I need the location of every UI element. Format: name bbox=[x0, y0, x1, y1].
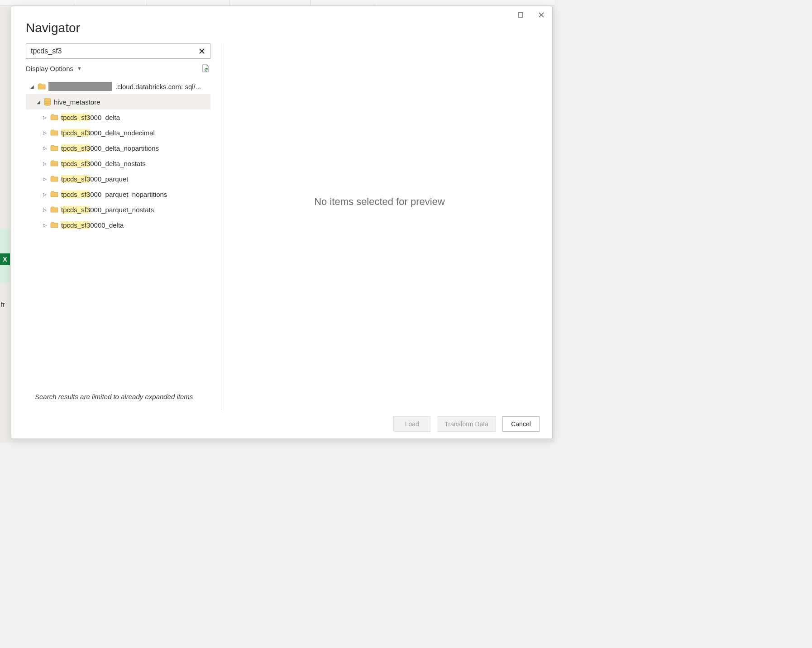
tree-root-connection[interactable]: ◢.cloud.databricks.com: sql/... bbox=[26, 79, 210, 94]
expand-icon[interactable]: ▷ bbox=[42, 130, 48, 135]
transform-data-button[interactable]: Transform Data bbox=[437, 416, 496, 432]
expand-icon[interactable]: ▷ bbox=[42, 192, 48, 197]
excel-icon: X bbox=[0, 253, 10, 265]
tree-node-label: tpcds_sf3000_delta_nostats bbox=[61, 160, 146, 167]
tree-node-schema[interactable]: ▷tpcds_sf30000_delta bbox=[26, 217, 210, 233]
navigator-tree: ◢.cloud.databricks.com: sql/...◢hive_met… bbox=[26, 79, 210, 387]
navigator-left-pane: Display Options ▼ ◢.cloud.databricks.com… bbox=[26, 43, 221, 410]
tree-node-label: tpcds_sf3000_delta_nopartitions bbox=[61, 144, 159, 152]
dialog-title: Navigator bbox=[11, 21, 552, 43]
dialog-footer: Load Transform Data Cancel bbox=[11, 410, 552, 438]
tree-node-label: hive_metastore bbox=[54, 98, 100, 106]
tree-node-schema[interactable]: ▷tpcds_sf3000_parquet_nopartitions bbox=[26, 186, 210, 202]
excel-sidebar-badge: X bbox=[0, 229, 10, 283]
refresh-preview-button[interactable] bbox=[201, 63, 210, 73]
tree-node-label: tpcds_sf3000_delta_nodecimal bbox=[61, 129, 155, 137]
tree-node-schema[interactable]: ▷tpcds_sf3000_delta_nostats bbox=[26, 156, 210, 171]
expand-icon[interactable]: ▷ bbox=[42, 161, 48, 166]
folder-icon bbox=[50, 129, 58, 136]
tree-node-schema[interactable]: ▷tpcds_sf3000_delta_nopartitions bbox=[26, 140, 210, 156]
preview-empty-message: No items selected for preview bbox=[314, 196, 445, 208]
folder-icon bbox=[50, 222, 58, 228]
tree-node-label: tpcds_sf3000_parquet bbox=[61, 175, 128, 183]
tree-node-label: tpcds_sf3000_parquet_nostats bbox=[61, 206, 154, 214]
tree-node-label: tpcds_sf3000_parquet_nopartitions bbox=[61, 191, 167, 198]
tree-node-label: .cloud.databricks.com: sql/... bbox=[115, 83, 201, 91]
expand-icon[interactable]: ▷ bbox=[42, 223, 48, 228]
tree-node-label: tpcds_sf30000_delta bbox=[61, 221, 124, 229]
redacted-hostname bbox=[48, 82, 112, 91]
clear-search-icon[interactable] bbox=[196, 45, 208, 57]
close-button[interactable] bbox=[534, 9, 549, 21]
expand-icon[interactable]: ▷ bbox=[42, 207, 48, 212]
collapse-icon[interactable]: ◢ bbox=[36, 100, 41, 105]
folder-icon bbox=[50, 160, 58, 167]
display-options-dropdown[interactable]: Display Options ▼ bbox=[26, 65, 82, 72]
collapse-icon[interactable]: ◢ bbox=[29, 84, 35, 89]
search-input[interactable] bbox=[26, 44, 210, 58]
tree-node-hive-metastore[interactable]: ◢hive_metastore bbox=[26, 94, 210, 110]
tree-node-schema[interactable]: ▷tpcds_sf3000_parquet_nostats bbox=[26, 202, 210, 217]
folder-icon bbox=[50, 191, 58, 197]
background-ribbon bbox=[0, 0, 554, 5]
expand-icon[interactable]: ▷ bbox=[42, 176, 48, 181]
tree-node-schema[interactable]: ▷tpcds_sf3000_parquet bbox=[26, 171, 210, 186]
search-limit-note: Search results are limited to already ex… bbox=[26, 387, 212, 410]
search-box bbox=[26, 43, 210, 59]
tree-node-schema[interactable]: ▷tpcds_sf3000_delta bbox=[26, 110, 210, 125]
expand-icon[interactable]: ▷ bbox=[42, 146, 48, 151]
display-options-label: Display Options bbox=[26, 65, 73, 72]
folder-icon bbox=[50, 206, 58, 213]
folder-icon bbox=[50, 114, 58, 120]
svg-rect-0 bbox=[518, 13, 523, 17]
tree-node-label: tpcds_sf3000_delta bbox=[61, 114, 120, 121]
background-text: fr bbox=[0, 301, 5, 308]
folder-icon bbox=[50, 145, 58, 151]
navigator-dialog: Navigator Display Options ▼ bbox=[11, 6, 553, 439]
folder-icon bbox=[38, 83, 46, 90]
tree-node-schema[interactable]: ▷tpcds_sf3000_delta_nodecimal bbox=[26, 125, 210, 140]
cancel-button[interactable]: Cancel bbox=[502, 416, 540, 432]
load-button[interactable]: Load bbox=[393, 416, 430, 432]
chevron-down-icon: ▼ bbox=[77, 66, 82, 71]
expand-icon[interactable]: ▷ bbox=[42, 115, 48, 120]
maximize-button[interactable] bbox=[513, 9, 528, 21]
folder-icon bbox=[50, 176, 58, 182]
preview-pane: No items selected for preview bbox=[221, 43, 538, 410]
database-icon bbox=[44, 98, 51, 106]
